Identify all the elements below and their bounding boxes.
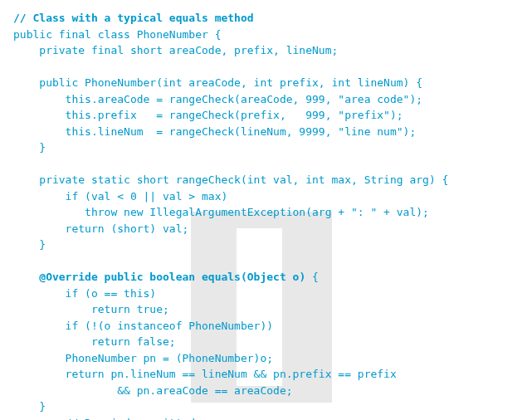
code-line: return pn.lineNum == lineNum && pn.prefi… (13, 368, 397, 380)
code-line: { (305, 271, 319, 283)
code-line: public final class PhoneNumber { (13, 28, 221, 41)
code-line (13, 271, 39, 283)
code-line: if (!(o instanceof PhoneNumber)) (13, 320, 273, 332)
code-line: return false; (13, 335, 176, 348)
code-line: PhoneNumber pn = (PhoneNumber)o; (13, 352, 273, 364)
code-block: // Class with a typical equals method pu… (13, 10, 514, 420)
code-line: private final short areaCode, prefix, li… (13, 44, 338, 56)
code-line: throw new IllegalArgumentException(arg +… (13, 206, 429, 218)
code-line: ... // Remainder omitted (13, 417, 195, 421)
code-line: return (short) val; (13, 222, 188, 235)
code-line: if (val < 0 || val > max) (13, 190, 227, 203)
code-line: public PhoneNumber(int areaCode, int pre… (13, 76, 422, 89)
code-line: } (13, 400, 46, 413)
code-line: this.areaCode = rangeCheck(areaCode, 999… (13, 93, 422, 105)
code-line: if (o == this) (13, 287, 156, 300)
code-line: // Class with a typical equals method (13, 12, 254, 24)
code-line: } (13, 141, 46, 154)
code-line: && pn.areaCode == areaCode; (13, 384, 293, 397)
code-line: return true; (13, 303, 169, 315)
code-line: this.lineNum = rangeCheck(lineNum, 9999,… (13, 125, 416, 138)
code-line-bold: @Override public boolean equals(Object o… (39, 271, 305, 283)
code-line: private static short rangeCheck(int val,… (13, 173, 448, 186)
code-line: this.prefix = rangeCheck(prefix, 999, "p… (13, 109, 403, 121)
code-line: } (13, 238, 46, 251)
